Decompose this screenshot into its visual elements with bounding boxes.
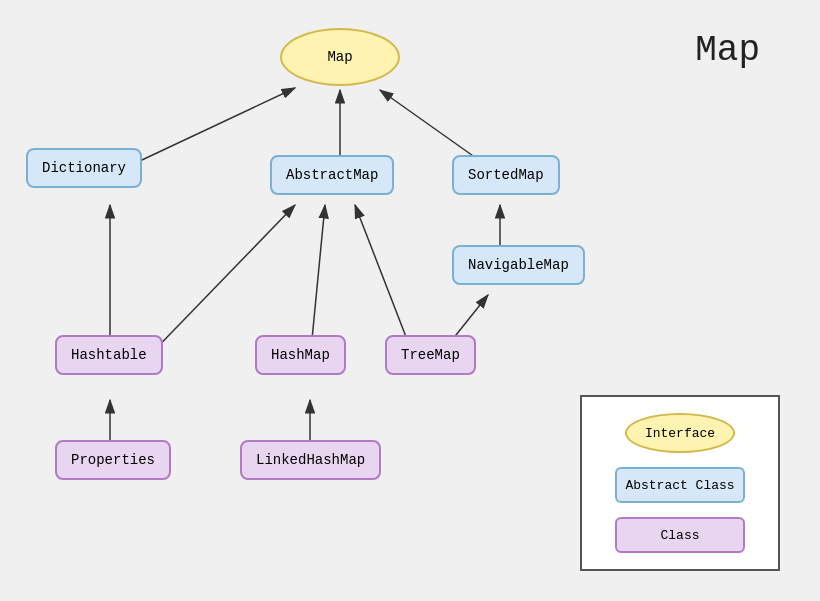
legend-interface-item: Interface: [602, 413, 758, 453]
node-navigablemap: NavigableMap: [452, 245, 585, 285]
diagram-container: Map Map Dictionary AbstractMap SortedMap…: [0, 0, 820, 601]
legend: Interface Abstract Class Class: [580, 395, 780, 571]
legend-class-node: Class: [615, 517, 745, 553]
node-properties: Properties: [55, 440, 171, 480]
node-hashmap: HashMap: [255, 335, 346, 375]
node-sortedmap: SortedMap: [452, 155, 560, 195]
legend-abstract-item: Abstract Class: [602, 467, 758, 503]
legend-interface-node: Interface: [625, 413, 735, 453]
node-dictionary: Dictionary: [26, 148, 142, 188]
node-linkedhashmap: LinkedHashMap: [240, 440, 381, 480]
legend-class-item: Class: [602, 517, 758, 553]
node-abstractmap: AbstractMap: [270, 155, 394, 195]
legend-abstract-node: Abstract Class: [615, 467, 745, 503]
node-map: Map: [280, 28, 400, 86]
page-title: Map: [695, 30, 760, 71]
node-treemap: TreeMap: [385, 335, 476, 375]
node-hashtable: Hashtable: [55, 335, 163, 375]
